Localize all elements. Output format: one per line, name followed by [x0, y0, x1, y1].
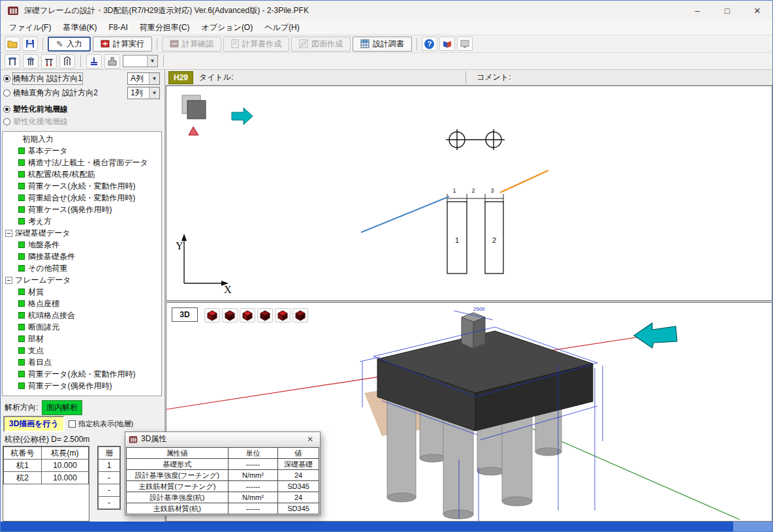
dialog-close-icon[interactable]: ✕ [304, 435, 317, 444]
cube-view-button[interactable] [222, 308, 238, 322]
menu-item[interactable]: F8-AI [103, 21, 133, 34]
foundation-view-button[interactable] [59, 54, 75, 69]
report-create-button[interactable]: 計算書作成 [223, 37, 289, 52]
pile-display-checkbox[interactable] [69, 420, 76, 428]
maximize-icon[interactable]: □ [712, 1, 742, 20]
tree-item[interactable]: 杭配置/杭長/杭配筋 [3, 168, 161, 180]
cube-view-button[interactable] [257, 308, 273, 322]
cube-view-button[interactable] [292, 308, 308, 322]
scale-combobox[interactable]: ▼ [123, 55, 158, 67]
draw-3d-button[interactable]: 3D描画を行う [3, 416, 65, 432]
tree-item[interactable]: 荷重組合せ(永続・変動作用時) [3, 192, 161, 204]
layer-table-body: 1--- [99, 460, 120, 509]
pier-frame-view-button[interactable] [5, 54, 20, 69]
tree-item[interactable]: 材質 [3, 286, 161, 298]
row-select-a[interactable]: A列 ▼ [127, 72, 160, 85]
analysis-direction-badge: 面内解析 [42, 400, 82, 415]
tree-item[interactable]: 荷重ケース(偶発作用時) [3, 204, 161, 215]
frame-view-button[interactable] [23, 54, 39, 69]
tree-item[interactable]: 深礎基礎データ [3, 227, 161, 239]
folder-icon [7, 39, 18, 48]
manual-button[interactable] [439, 37, 455, 51]
plan-view-panel[interactable]: 1 2 3 1 2 Y X [166, 86, 772, 301]
layer-cell: - [99, 497, 120, 509]
tree-item[interactable]: 荷重データ(偶発作用時) [3, 380, 161, 392]
pile-2-label: 2 [492, 236, 496, 244]
dim-label-3: 3 [490, 187, 494, 194]
layer-row[interactable]: - [99, 497, 120, 509]
tree-item[interactable]: 着目点 [3, 356, 161, 368]
dialog-titlebar[interactable]: 3D属性 ✕ [125, 432, 320, 446]
tree-item-label: 材質 [28, 287, 44, 298]
tree-item[interactable]: 初期入力 [3, 133, 161, 145]
tree-item[interactable]: 構造寸法/上載土・橋台背面データ [3, 157, 161, 168]
tree-item[interactable]: 考え方 [3, 215, 161, 227]
help-button[interactable]: ? [422, 37, 437, 51]
close-icon[interactable]: ✕ [742, 1, 772, 20]
direction1-radio[interactable] [3, 75, 10, 82]
strata-before-radio[interactable] [3, 106, 10, 113]
strata-after-radio[interactable] [3, 118, 10, 125]
cube-view-button[interactable] [204, 308, 220, 322]
cube-view-button[interactable] [240, 308, 255, 322]
tree-item[interactable]: 隣接基礎条件 [3, 251, 161, 262]
tree-item[interactable]: 部材 [3, 333, 161, 345]
plan-view-canvas[interactable]: 1 2 3 1 2 Y X [166, 86, 772, 300]
tree-item[interactable]: 杭頭格点接合 [3, 309, 161, 321]
tree-item[interactable]: 荷重ケース(永続・変動作用時) [3, 180, 161, 192]
tree-item-label: 杭頭格点接合 [28, 310, 75, 321]
statusbar [1, 522, 772, 531]
tree-item[interactable]: その他荷重 [3, 262, 161, 274]
tree-item[interactable]: 断面諸元 [3, 321, 161, 333]
tree-item-label: 杭配置/杭長/杭配筋 [28, 169, 95, 180]
menu-item[interactable]: 基準値(K) [57, 20, 103, 35]
layer-row[interactable]: 1 [99, 460, 120, 472]
tree-item[interactable]: 地盤条件 [3, 239, 161, 251]
direction2-radio[interactable] [3, 89, 10, 97]
status-square-icon [18, 300, 25, 307]
layer-row[interactable]: - [99, 484, 120, 497]
menu-item[interactable]: ヘルプ(H) [259, 20, 306, 35]
table-row[interactable]: 杭110.000 [4, 460, 89, 472]
tree-item[interactable]: 格点座標 [3, 298, 161, 309]
support-triangle-icon [189, 127, 198, 135]
resize-grip[interactable] [733, 522, 772, 531]
dialog-cell: N/mm² [228, 470, 277, 481]
menu-item[interactable]: ファイル(F) [3, 20, 57, 35]
tree-item[interactable]: 荷重データ(永続・変動作用時) [3, 368, 161, 380]
dim-3d-label: 2500 [473, 306, 485, 312]
collapse-icon[interactable] [5, 277, 12, 284]
tree-item-label: 初期入力 [22, 134, 54, 145]
table-row[interactable]: 杭210.000 [4, 472, 89, 484]
layer-cell: - [99, 484, 120, 497]
h29-tab[interactable]: H29 [168, 71, 193, 84]
tree-item[interactable]: 基本データ [3, 145, 161, 157]
cube-view-button[interactable] [275, 308, 291, 322]
comment-label: コメント: [477, 72, 511, 83]
menu-item[interactable]: オプション(O) [195, 20, 259, 35]
update-button[interactable] [457, 37, 473, 51]
status-square-icon [18, 359, 25, 366]
pile-frame-view-button[interactable] [41, 54, 57, 69]
collapse-icon[interactable] [5, 230, 12, 237]
pile-frame-icon [44, 56, 54, 67]
input-button[interactable]: ✎ 入力 [48, 37, 91, 52]
calc-run-button[interactable]: 計算実行 [93, 37, 152, 52]
drawing-create-button[interactable]: 図面作成 [291, 37, 351, 52]
column-square [187, 101, 206, 119]
pile-length-column-header: 杭長(m) [42, 447, 89, 460]
menu-item[interactable]: 荷重分担率(C) [134, 20, 196, 35]
tree-item[interactable]: 支点 [3, 345, 161, 356]
minimize-icon[interactable]: – [682, 1, 712, 20]
row-select-1[interactable]: 1列 ▼ [127, 87, 160, 99]
calc-check-button[interactable]: 計算確認 [162, 37, 221, 52]
save-button[interactable] [22, 37, 38, 51]
tree-item[interactable]: フレームデータ [3, 274, 161, 286]
stamp-view-button[interactable] [104, 54, 120, 69]
view-3d-button[interactable]: 3D [172, 307, 198, 322]
layer-row[interactable]: - [99, 472, 120, 484]
design-doc-button[interactable]: 設計調書 [353, 37, 412, 52]
open-file-button[interactable] [5, 37, 20, 51]
support-view-button[interactable] [86, 54, 102, 69]
drawing-create-button-label: 図面作成 [311, 39, 343, 50]
